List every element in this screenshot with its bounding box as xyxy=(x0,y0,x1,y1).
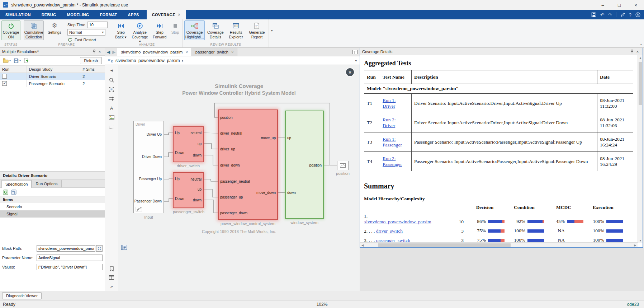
annotation-icon[interactable]: A xyxy=(105,104,118,112)
tab-close-icon[interactable]: × xyxy=(178,12,180,17)
tab-simulation[interactable]: SIMULATION xyxy=(0,10,36,19)
image-icon[interactable] xyxy=(105,113,118,122)
close-panel-icon[interactable]: × xyxy=(97,49,103,55)
open-study-button[interactable]: ▾ xyxy=(2,57,11,64)
block-path-input[interactable] xyxy=(37,245,95,252)
doc-tab-close-icon[interactable]: × xyxy=(185,50,188,54)
block-passenger-switch[interactable]: Up Down neutral up down xyxy=(173,172,204,208)
stop-time-input[interactable] xyxy=(87,22,108,28)
pin-icon[interactable] xyxy=(91,49,97,55)
block-window-system[interactable]: up down position xyxy=(285,111,324,219)
coverage-details-label1: Coverage xyxy=(207,30,224,35)
sim-mode-dropdown[interactable]: Normal ▾ xyxy=(67,29,105,36)
breadcrumb-dropdown-icon[interactable]: ▾ xyxy=(355,59,357,62)
redo-icon[interactable]: ↷ xyxy=(608,12,612,18)
step-forward-button[interactable]: Step Forward xyxy=(151,20,169,40)
tab-debug[interactable]: DEBUG xyxy=(36,10,62,19)
show-explorer-bar-icon[interactable] xyxy=(121,245,127,250)
highlighter-icon[interactable] xyxy=(620,13,625,17)
block-driver-switch[interactable]: Up Down neutral up down xyxy=(173,126,204,162)
tab-apps[interactable]: APPS xyxy=(123,10,145,19)
tab-format[interactable]: FORMAT xyxy=(95,10,123,19)
close-highlighting-icon[interactable]: × xyxy=(346,68,354,76)
scroll-left-icon[interactable]: ◀ xyxy=(360,243,365,248)
refresh-button[interactable]: Refresh xyxy=(80,57,102,64)
test-row-t2: T2 Run 2: Driver Driver Scenario: Input:… xyxy=(364,113,633,132)
add-signal-button[interactable] xyxy=(10,188,17,196)
parameter-name-input[interactable] xyxy=(37,255,103,261)
breadcrumb-model-name[interactable]: slvnvdemo_powerwindow_parsim xyxy=(115,58,180,63)
test-run-link[interactable]: Run 2: Driver xyxy=(383,117,396,128)
settings-button[interactable]: ⚙ Settings xyxy=(44,20,65,40)
pin-icon[interactable] xyxy=(629,49,635,55)
doc-tab-model[interactable]: slvnvdemo_powerwindow_parsim × xyxy=(117,48,191,56)
vertical-scrollbar[interactable]: ▲ ▼ xyxy=(638,55,643,243)
ribbon-overflow-icon[interactable]: ▾ xyxy=(269,29,275,32)
model-data-icon[interactable] xyxy=(105,273,118,282)
coverage-highlighting-button[interactable]: Coverage Highlighti... xyxy=(184,20,205,40)
test-row-t4: T4 Run 2: Passenger Passenger Scenario: … xyxy=(364,152,633,171)
doc-tab-passenger-switch[interactable]: passenger_switch × xyxy=(192,48,238,56)
scrollbar-thumb[interactable] xyxy=(639,62,642,105)
tab-specification[interactable]: Specification xyxy=(1,180,32,188)
horizontal-scrollbar[interactable]: ◀ ▶ xyxy=(360,242,638,247)
scroll-up-icon[interactable]: ▲ xyxy=(638,55,643,60)
analyze-coverage-button[interactable]: Analyze Coverage ▾ xyxy=(130,20,150,45)
model-canvas[interactable]: Simulink Coverage Power Window Controlle… xyxy=(118,65,360,291)
undo-icon[interactable]: ↶ xyxy=(600,12,604,18)
solver-name[interactable]: ode23 xyxy=(622,302,639,307)
block-input[interactable]: Driver Driver Up Driver Down Passenger U… xyxy=(133,121,164,213)
coverage-details-button[interactable]: Coverage Details xyxy=(205,20,225,40)
scroll-down-icon[interactable]: ▼ xyxy=(638,238,643,243)
maximize-icon[interactable]: □ xyxy=(611,0,628,10)
column-run: Run xyxy=(364,70,380,84)
test-description: Driver Scenario: Input:ActiveScenario:Dr… xyxy=(412,113,597,132)
doc-tab-close-icon[interactable]: × xyxy=(231,50,233,54)
save-study-button[interactable]: ▾ xyxy=(13,57,22,64)
hierarchy-link[interactable]: slvnvdemo_powerwindow_parsim xyxy=(364,219,453,225)
viewmark-icon[interactable] xyxy=(105,265,118,273)
help-icon[interactable]: ? xyxy=(629,12,631,18)
test-run-link[interactable]: Run 1: Passenger xyxy=(383,136,402,148)
minimize-icon[interactable]: – xyxy=(595,0,611,10)
close-panel-icon[interactable]: × xyxy=(635,49,640,55)
block-position-outport[interactable] xyxy=(337,161,349,170)
fit-to-view-icon[interactable] xyxy=(105,85,118,94)
test-run-link[interactable]: Run 1: Driver xyxy=(383,98,396,109)
diagnostic-viewer-button[interactable]: Diagnostic Viewer xyxy=(2,292,42,299)
profile-icon[interactable] xyxy=(635,12,640,17)
signal-routing-icon[interactable] xyxy=(105,94,118,103)
area-box-icon[interactable] xyxy=(105,122,118,131)
results-explorer-button[interactable]: Results Explorer xyxy=(226,20,246,40)
cumulative-collection-button[interactable]: Cumulative Collection xyxy=(24,20,44,40)
hierarchy-link[interactable]: driver_switch xyxy=(376,228,403,234)
values-input[interactable] xyxy=(37,264,103,270)
tab-run-options[interactable]: Run Options xyxy=(32,180,61,187)
tab-coverage[interactable]: COVERAGE × xyxy=(147,10,186,19)
add-design-study-button[interactable] xyxy=(23,57,29,64)
tab-modeling[interactable]: MODELING xyxy=(62,10,95,19)
pick-block-icon[interactable] xyxy=(96,245,103,252)
item-signal[interactable]: Signal xyxy=(0,210,105,218)
table-row-passenger-scenario[interactable]: ✓ Passenger Scenario 2 xyxy=(0,80,105,87)
step-back-button[interactable]: Step Back ▾ xyxy=(113,20,129,40)
generate-report-button[interactable]: Generate Report xyxy=(247,20,267,40)
expand-palette-icon[interactable]: » xyxy=(105,282,118,290)
test-run-link[interactable]: Run 2: Passenger xyxy=(383,156,402,167)
scroll-right-icon[interactable]: ▶ xyxy=(633,243,638,248)
zoom-icon[interactable] xyxy=(105,76,118,84)
block-power-window-control-system[interactable]: position driver_neutral driver_up driver… xyxy=(218,109,278,220)
run-checkbox[interactable] xyxy=(2,74,7,79)
hide-palette-icon[interactable]: ◂ xyxy=(105,66,118,74)
table-row-driver-scenario[interactable]: Driver Scenario 2 xyxy=(0,73,105,80)
collapse-ribbon-icon[interactable]: ▴ xyxy=(640,42,642,46)
coverage-on-button[interactable]: Coverage ON xyxy=(1,20,20,40)
sync-scenario-button[interactable] xyxy=(2,188,9,196)
navigate-back-icon[interactable]: ◀ xyxy=(107,50,110,55)
close-icon[interactable]: × xyxy=(628,0,644,10)
run-checkbox[interactable]: ✓ xyxy=(2,81,7,86)
scrollbar-thumb[interactable] xyxy=(378,243,511,247)
navigate-forward-icon[interactable]: ▶ xyxy=(112,50,115,55)
tab-layout-icon[interactable] xyxy=(352,50,357,54)
save-icon[interactable] xyxy=(591,12,596,17)
